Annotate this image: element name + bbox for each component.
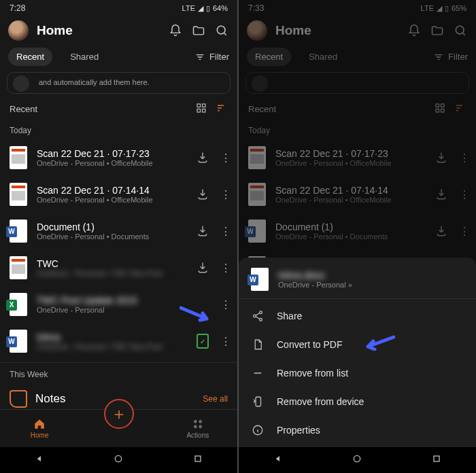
- scan-file-icon: [8, 182, 29, 207]
- more-icon[interactable]: ⋮: [220, 298, 232, 311]
- see-all-link[interactable]: See all: [203, 394, 228, 404]
- folder-icon[interactable]: [430, 23, 445, 38]
- grid-icon[interactable]: [195, 102, 207, 116]
- sheet-sub: OneDrive - Personal »: [278, 281, 352, 289]
- back-button[interactable]: [34, 453, 45, 467]
- filter-button[interactable]: Filter: [194, 52, 229, 63]
- filter-label: Filter: [209, 52, 229, 62]
- section-label: Recent: [248, 104, 276, 114]
- file-row[interactable]: TWC OneDrive - Personal • TWC New Post ⋮: [0, 249, 237, 286]
- home-button[interactable]: [352, 453, 362, 467]
- sheet-remove-list[interactable]: Remove from list: [239, 359, 476, 387]
- bottom-sheet: Intros.docx OneDrive - Personal » Share …: [239, 258, 476, 447]
- back-button[interactable]: [273, 453, 284, 467]
- sort-icon[interactable]: [454, 102, 466, 116]
- file-row[interactable]: Scan 22 Dec 21 · 07·14·14 OneDrive - Per…: [0, 176, 237, 213]
- notes-icon: [10, 390, 27, 408]
- sheet-properties[interactable]: Properties: [239, 416, 476, 444]
- recent-button[interactable]: [192, 453, 203, 467]
- svg-rect-3: [197, 109, 201, 113]
- grid-icon[interactable]: [434, 102, 446, 116]
- svg-rect-1: [197, 104, 201, 107]
- more-icon[interactable]: ⋮: [458, 188, 471, 201]
- tab-recent[interactable]: Recent: [247, 48, 291, 66]
- bell-icon[interactable]: [168, 23, 183, 38]
- more-icon[interactable]: ⋮: [220, 152, 232, 164]
- tab-shared[interactable]: Shared: [62, 48, 107, 66]
- info-banner[interactable]: and automatically add them here.: [7, 72, 231, 94]
- file-row[interactable]: Document (1)OneDrive - Personal • Docume…: [239, 213, 476, 249]
- folder-icon[interactable]: [191, 23, 206, 38]
- view-controls: [434, 102, 466, 116]
- sheet-share[interactable]: Share: [239, 302, 476, 330]
- file-row[interactable]: Scan 22 Dec 21 · 07·14·14OneDrive - Pers…: [239, 176, 476, 213]
- more-icon[interactable]: ⋮: [458, 152, 471, 164]
- avatar[interactable]: [247, 20, 267, 41]
- svg-rect-10: [195, 456, 201, 461]
- download-icon[interactable]: [194, 151, 211, 164]
- download-icon[interactable]: [194, 261, 211, 275]
- minus-icon: [251, 367, 265, 379]
- status-time: 7:28: [10, 3, 25, 13]
- status-right: LTE ◢ ▯ 64%: [182, 4, 228, 13]
- download-icon[interactable]: [432, 151, 450, 164]
- more-icon[interactable]: ⋮: [220, 335, 232, 348]
- bell-icon[interactable]: [407, 23, 422, 38]
- page-title: Home: [275, 23, 398, 38]
- sheet-remove-device-label: Remove from device: [277, 396, 364, 407]
- file-row[interactable]: Scan 22 Dec 21 · 07·17·23OneDrive - Pers…: [239, 139, 476, 176]
- status-bar: 7:28 LTE ◢ ▯ 64%: [0, 0, 237, 15]
- nav-actions[interactable]: Actions: [158, 410, 237, 447]
- recent-button[interactable]: [431, 453, 442, 467]
- file-title: Scan 22 Dec 21 · 07·14·14: [37, 185, 186, 196]
- more-icon[interactable]: ⋮: [220, 262, 232, 275]
- info-banner[interactable]: [245, 72, 469, 94]
- nav-home[interactable]: Home: [0, 410, 79, 447]
- svg-point-8: [199, 425, 201, 427]
- file-row[interactable]: Intros OneDrive - Personal • TWC New Pos…: [0, 323, 237, 360]
- download-icon[interactable]: [194, 188, 211, 201]
- sheet-remove-device[interactable]: Remove from device: [239, 387, 476, 416]
- file-row[interactable]: TWC Post Update 2015 OneDrive - Personal…: [0, 286, 237, 323]
- info-icon: [251, 424, 265, 436]
- file-sub: OneDrive - Personal • OfficeMobile: [275, 196, 424, 204]
- download-icon[interactable]: [432, 188, 450, 201]
- more-icon[interactable]: ⋮: [458, 225, 471, 238]
- sheet-convert-label: Convert to PDF: [277, 339, 342, 350]
- file-row[interactable]: Document (1) OneDrive - Personal • Docum…: [0, 213, 237, 249]
- svg-point-21: [354, 455, 360, 461]
- tab-shared[interactable]: Shared: [301, 48, 345, 66]
- search-icon[interactable]: [214, 23, 229, 38]
- fab-add[interactable]: ＋: [104, 399, 134, 429]
- home-button[interactable]: [113, 453, 124, 467]
- page-title: Home: [37, 23, 160, 38]
- search-icon[interactable]: [453, 23, 468, 38]
- file-title: TWC: [37, 258, 186, 269]
- file-text: Intros OneDrive - Personal • TWC New Pos…: [37, 332, 186, 351]
- file-title: Document (1): [275, 222, 424, 232]
- avatar[interactable]: [8, 20, 29, 41]
- tabs-row: Recent Shared Filter: [239, 45, 476, 72]
- download-icon[interactable]: [432, 224, 450, 238]
- sheet-properties-label: Properties: [277, 425, 320, 436]
- file-text: TWC Post Update 2015 OneDrive - Personal: [37, 295, 211, 314]
- sheet-divider: [239, 298, 476, 299]
- sheet-convert-pdf[interactable]: Convert to PDF: [239, 330, 476, 359]
- more-icon[interactable]: ⋮: [220, 188, 232, 201]
- more-icon[interactable]: ⋮: [220, 225, 232, 238]
- signal-icon: ◢: [198, 4, 203, 13]
- sheet-remove-list-label: Remove from list: [277, 368, 348, 379]
- status-battery: 65%: [452, 4, 466, 12]
- download-icon[interactable]: [194, 224, 211, 238]
- sheet-title: Intros.docx: [278, 270, 352, 281]
- file-sub: OneDrive - Personal • OfficeMobile: [37, 159, 186, 167]
- scan-file-icon: [247, 182, 267, 207]
- tab-recent[interactable]: Recent: [8, 48, 52, 66]
- sort-icon[interactable]: [216, 102, 228, 116]
- file-sub: OneDrive - Personal • OfficeMobile: [37, 196, 186, 204]
- filter-button[interactable]: Filter: [433, 52, 468, 63]
- status-net: LTE: [421, 4, 434, 12]
- file-row[interactable]: Scan 22 Dec 21 · 07·17·23 OneDrive - Per…: [0, 139, 237, 176]
- tabs-row: Recent Shared Filter: [0, 45, 237, 72]
- android-nav: [0, 447, 237, 473]
